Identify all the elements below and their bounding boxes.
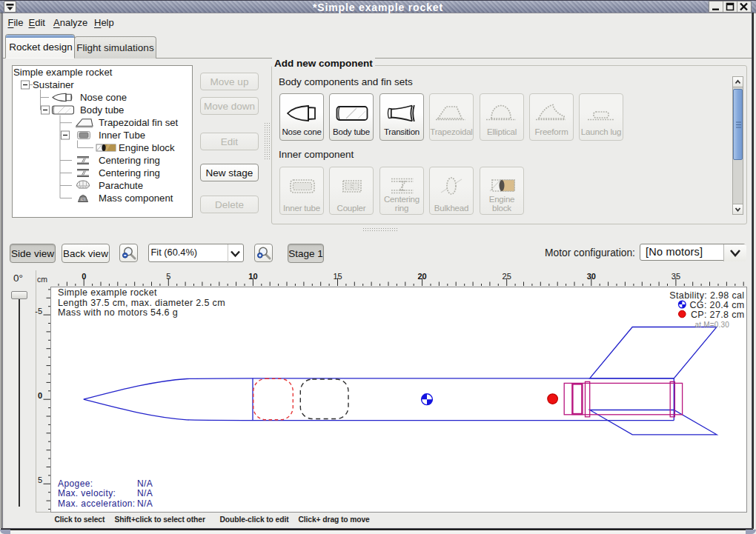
svg-text:5: 5 <box>38 475 42 484</box>
svg-text:10: 10 <box>248 272 257 281</box>
svg-text:5: 5 <box>166 272 170 281</box>
svg-text:35: 35 <box>672 272 680 281</box>
svg-text:25: 25 <box>503 272 511 281</box>
svg-text:30: 30 <box>587 272 596 281</box>
svg-text:-5: -5 <box>35 307 42 316</box>
svg-text:20: 20 <box>417 272 426 281</box>
svg-text:0: 0 <box>38 391 42 400</box>
svg-text:15: 15 <box>333 272 342 281</box>
svg-text:0: 0 <box>82 272 86 281</box>
